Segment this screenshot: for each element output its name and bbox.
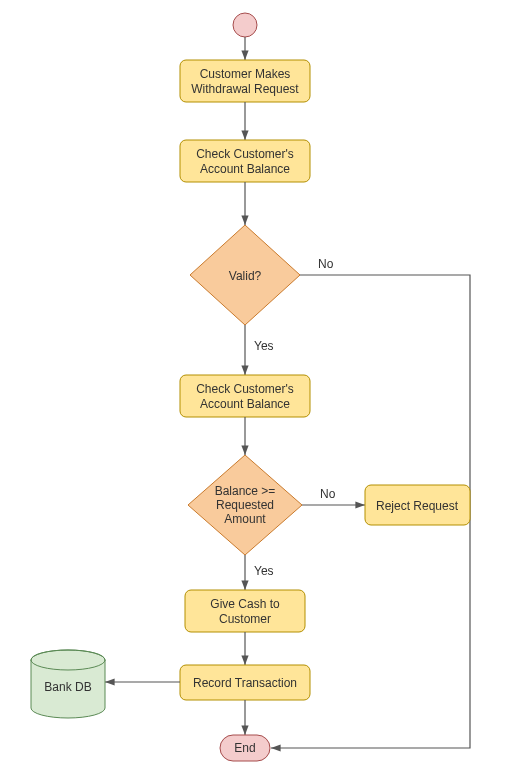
db-label: Bank DB [44,680,91,694]
flowchart-canvas: Customer Makes Withdrawal Request Check … [0,0,517,784]
d2-line2: Requested [216,498,274,512]
d1-label: Valid? [229,269,262,283]
database-bank-db: Bank DB [31,650,105,718]
d2-line1: Balance >= [215,484,276,498]
n5-label: Record Transaction [193,676,297,690]
d2-line3: Amount [224,512,266,526]
n3-line1: Check Customer's [196,382,294,396]
start-node [233,13,257,37]
d1-yes-label: Yes [254,339,274,353]
d2-yes-label: Yes [254,564,274,578]
n2-line2: Account Balance [200,162,290,176]
rej-label: Reject Request [376,499,459,513]
d2-no-label: No [320,487,336,501]
n2-line1: Check Customer's [196,147,294,161]
n1-line2: Withdrawal Request [191,82,299,96]
n4-line2: Customer [219,612,271,626]
d1-no-label: No [318,257,334,271]
n1-line1: Customer Makes [200,67,291,81]
n3-line2: Account Balance [200,397,290,411]
n4-line1: Give Cash to [210,597,280,611]
end-label: End [234,741,255,755]
